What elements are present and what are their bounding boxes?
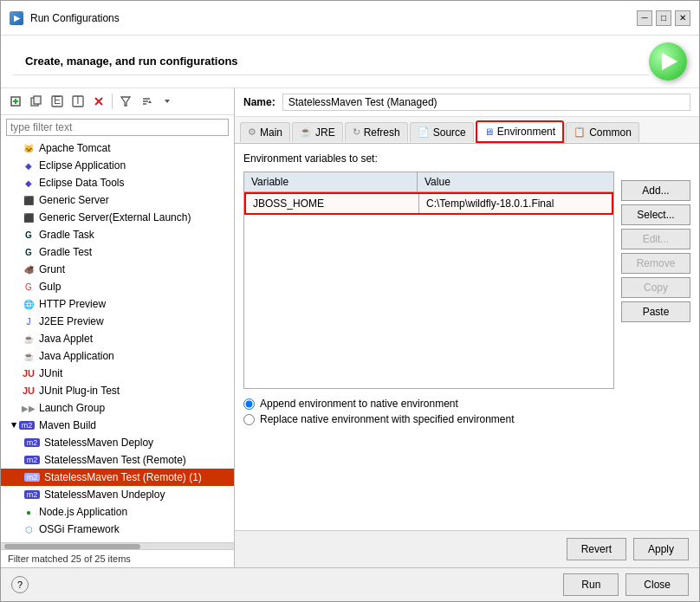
duplicate-config-button[interactable] [27, 92, 46, 111]
main-content: E I [1, 88, 699, 567]
list-item-label: Gradle Test [39, 246, 92, 258]
list-item[interactable]: G Gulp [1, 278, 234, 295]
expand-maven-arrow[interactable]: ▶ [10, 420, 20, 430]
list-item[interactable]: 🐱 Apache Tomcat [1, 139, 234, 157]
main-tab-icon: ⚙ [248, 126, 256, 138]
list-item[interactable]: J J2EE Preview [1, 313, 234, 330]
eclipse-icon: ◆ [22, 159, 36, 172]
maven-remote2-icon: m2 [27, 470, 41, 484]
list-item[interactable]: m2 StatelessMaven Test (Remote) [1, 451, 234, 469]
config-name-row: Name: [235, 88, 699, 117]
list-item[interactable]: ⬛ Generic Server(External Launch) [1, 209, 234, 226]
svg-text:I: I [76, 95, 79, 107]
filter-button[interactable] [116, 92, 135, 111]
close-button-footer[interactable]: Close [625, 573, 689, 596]
server-icon: ⬛ [22, 193, 36, 207]
import-config-button[interactable]: I [68, 92, 88, 111]
tab-main-label: Main [260, 126, 282, 139]
server-ext-icon: ⬛ [22, 210, 36, 224]
close-button[interactable]: ✕ [675, 10, 690, 26]
panel-body: Environment variables to set: Variable V… [235, 144, 699, 530]
edit-button[interactable]: Edit... [621, 229, 690, 249]
tab-common[interactable]: 📋 Common [566, 122, 639, 142]
list-item[interactable]: JU JUnit [1, 365, 234, 382]
list-item[interactable]: G Gradle Task [1, 226, 234, 243]
maximize-button[interactable]: □ [656, 10, 671, 26]
tab-source[interactable]: 📄 Source [410, 122, 474, 142]
list-item-label: JUnit Plug-in Test [39, 385, 120, 397]
list-item[interactable]: ☕ Java Applet [1, 330, 234, 347]
list-item[interactable]: ▶▶ Launch Group [1, 399, 234, 417]
svg-marker-11 [121, 97, 130, 106]
paste-button[interactable]: Paste [621, 301, 690, 322]
tab-refresh-label: Refresh [364, 126, 400, 139]
tab-jre-label: JRE [315, 126, 335, 139]
list-item-label: Eclipse Application [39, 159, 126, 172]
tomcat-icon: 🐱 [22, 141, 36, 155]
remove-button[interactable]: Remove [621, 253, 690, 274]
eclipse-data-icon: ◆ [22, 176, 36, 190]
env-row-jboss[interactable]: JBOSS_HOME C:\Temp\wildfly-18.0.1.Final [244, 192, 613, 215]
list-item-label: Generic Server(External Launch) [39, 211, 191, 223]
list-item[interactable]: ☕ Java Application [1, 347, 234, 365]
help-button[interactable]: ? [11, 576, 29, 593]
tab-refresh[interactable]: ↻ Refresh [345, 122, 408, 142]
list-item[interactable]: G Gradle Test [1, 243, 234, 261]
tab-jre[interactable]: ☕ JRE [292, 122, 343, 142]
list-item[interactable]: ◆ Eclipse Application [1, 157, 234, 174]
list-item[interactable]: m2 StatelessMaven Undeploy [1, 486, 234, 503]
add-button[interactable]: Add... [621, 180, 690, 201]
config-name-input[interactable] [282, 94, 690, 111]
svg-text:E: E [54, 95, 61, 107]
left-panel: E I [1, 88, 235, 567]
list-item-label: Gradle Task [39, 229, 94, 241]
copy-button[interactable]: Copy [621, 277, 690, 298]
footer-buttons: Run Close [563, 573, 689, 596]
select-button[interactable]: Select... [621, 204, 690, 225]
table-and-buttons: Variable Value JBOSS_HOME C:\Temp\wildfl… [243, 172, 690, 429]
list-item-selected[interactable]: m2 StatelessMaven Test (Remote) (1) [1, 469, 234, 486]
env-table-header: Variable Value [244, 172, 613, 192]
j2ee-icon: J [22, 314, 36, 328]
run-button[interactable]: Run [563, 573, 619, 596]
radio-replace-row: Replace native environment with specifie… [243, 413, 614, 425]
list-item[interactable]: ● Node.js Application [1, 503, 234, 521]
new-config-button[interactable] [6, 92, 25, 111]
radio-replace[interactable] [243, 414, 255, 425]
minimize-button[interactable]: ─ [637, 10, 652, 26]
page-subtitle: Create, manage, and run configurations [13, 48, 649, 75]
right-panel: Name: ⚙ Main ☕ JRE ↻ Refresh 📄 [235, 88, 699, 567]
radio-replace-label: Replace native environment with specifie… [260, 413, 515, 425]
env-table: Variable Value JBOSS_HOME C:\Temp\wildfl… [243, 172, 614, 389]
svg-marker-16 [165, 100, 170, 103]
tab-main[interactable]: ⚙ Main [240, 122, 290, 142]
list-item-label: OSGi Framework [39, 523, 120, 535]
export-config-button[interactable]: E [48, 92, 67, 111]
delete-config-button[interactable] [89, 92, 108, 111]
sort-dropdown-button[interactable] [158, 92, 177, 111]
launch-group-icon: ▶▶ [22, 401, 36, 415]
list-item-label: Gulp [39, 281, 61, 293]
list-item[interactable]: ⬡ OSGi Framework [1, 521, 234, 538]
env-section-label: Environment variables to set: [243, 152, 690, 165]
revert-button[interactable]: Revert [567, 538, 626, 560]
list-item[interactable]: ⬛ Generic Server [1, 191, 234, 209]
filter-input[interactable] [6, 119, 229, 136]
apply-button[interactable]: Apply [633, 538, 689, 560]
list-item[interactable]: JU JUnit Plug-in Test [1, 382, 234, 399]
list-item[interactable]: m2 StatelessMaven Deploy [1, 434, 234, 451]
list-item[interactable]: ◆ Eclipse Data Tools [1, 174, 234, 191]
run-icon[interactable] [649, 42, 687, 81]
list-item[interactable]: 🌐 HTTP Preview [1, 295, 234, 313]
list-item[interactable]: 🐗 Grunt [1, 261, 234, 278]
list-item[interactable]: ▶ m2 Maven Build [1, 417, 234, 434]
sort-button[interactable] [137, 92, 156, 111]
horizontal-scrollbar[interactable] [1, 542, 234, 549]
junit-icon: JU [22, 366, 36, 380]
radio-append[interactable] [243, 398, 255, 410]
header-area: Create, manage, and run configurations [1, 36, 699, 88]
tab-source-label: Source [433, 126, 466, 139]
list-item-label: Apache Tomcat [39, 142, 111, 154]
tab-environment[interactable]: 🖥 Environment [476, 120, 564, 143]
env-empty-rows[interactable] [244, 215, 613, 388]
